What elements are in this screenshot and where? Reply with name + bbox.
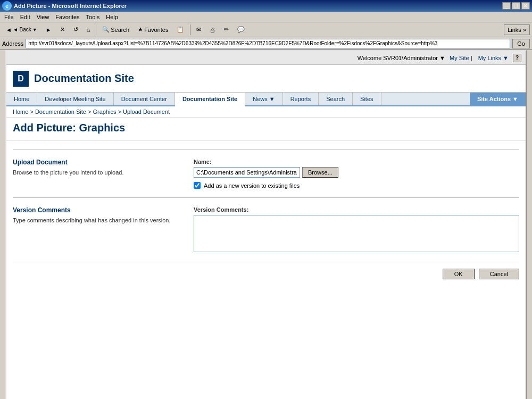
version-section: Version Comments Type comments describin… <box>13 197 519 262</box>
address-bar: Address Go <box>0 37 532 50</box>
search-toolbar-button[interactable]: 🔍 Search <box>98 24 133 36</box>
menu-view[interactable]: View <box>34 13 53 21</box>
nav-tab-sites[interactable]: Sites <box>353 93 381 105</box>
sp-navbar: Home Developer Meeting Site Document Cen… <box>6 93 526 106</box>
ok-button[interactable]: OK <box>443 269 475 279</box>
page-header: Add Picture: Graphics <box>6 118 526 141</box>
menu-favorites[interactable]: Favorites <box>52 13 82 21</box>
menu-help[interactable]: Help <box>103 13 121 21</box>
title-bar: e Add Picture - Microsoft Internet Explo… <box>0 0 532 12</box>
nav-tab-news[interactable]: News ▼ <box>245 93 282 105</box>
window-title: Add Picture - Microsoft Internet Explore… <box>12 3 502 9</box>
minimize-button[interactable]: _ <box>502 2 511 10</box>
sp-topbar: Welcome SVR01\Administrator ▼ My Site | … <box>6 51 526 65</box>
breadcrumb-home[interactable]: Home <box>13 109 28 115</box>
upload-section-right: Name: Browse... Add as a new version to … <box>194 159 519 189</box>
upload-section-desc: Browse to the picture you intend to uplo… <box>13 169 183 176</box>
toolbar: ◄ ◄ Back ▼ ► ✕ ↺ ⌂ 🔍 Search ★ Favorites … <box>0 22 532 37</box>
restore-button[interactable]: ❐ <box>512 2 520 10</box>
form-buttons: OK Cancel <box>13 262 519 284</box>
links-button[interactable]: Links » <box>504 24 530 35</box>
search-toolbar-icon: 🔍 <box>102 26 110 33</box>
form-area: Upload Document Browse to the picture yo… <box>6 141 526 399</box>
edit-button[interactable]: ✏ <box>220 24 232 36</box>
stop-icon: ✕ <box>60 26 65 33</box>
window-controls[interactable]: _ ❐ ✕ <box>502 2 530 10</box>
version-checkbox[interactable] <box>194 182 201 189</box>
upload-section-left: Upload Document Browse to the picture yo… <box>13 159 194 189</box>
site-actions-button[interactable]: Site Actions ▼ <box>470 93 526 105</box>
address-input[interactable] <box>26 39 510 48</box>
history-icon: 📋 <box>177 26 184 33</box>
menu-file[interactable]: File <box>1 13 17 21</box>
mail-button[interactable]: ✉ <box>193 24 205 36</box>
print-icon: 🖨 <box>210 27 215 33</box>
favorites-button[interactable]: ★ Favorites <box>134 24 172 36</box>
nav-tab-reports[interactable]: Reports <box>283 93 319 105</box>
back-arrow-icon: ▼ <box>32 27 37 32</box>
toolbar-separator-2 <box>190 24 190 35</box>
menu-bar: File Edit View Favorites Tools Help <box>0 12 532 22</box>
version-section-desc: Type comments describing what has change… <box>13 217 183 223</box>
help-icon[interactable]: ? <box>513 54 521 62</box>
go-button[interactable]: Go <box>512 39 530 48</box>
mail-icon: ✉ <box>196 26 201 33</box>
back-button[interactable]: ◄ ◄ Back ▼ <box>2 24 41 36</box>
refresh-icon: ↺ <box>73 26 78 33</box>
search-toolbar-label: Search <box>111 27 129 33</box>
version-comments-label: Version Comments: <box>194 206 519 213</box>
page-title: Add Picture: Graphics <box>13 122 519 134</box>
file-path-input[interactable] <box>194 167 300 178</box>
refresh-button[interactable]: ↺ <box>70 24 82 36</box>
nav-tab-search[interactable]: Search <box>319 93 353 105</box>
breadcrumb-graphics[interactable]: Graphics <box>93 109 116 115</box>
address-label: Address <box>2 40 23 47</box>
site-icon: D <box>13 71 29 87</box>
ie-logo: e <box>2 1 12 11</box>
breadcrumb-current: Upload Document <box>123 109 170 115</box>
upload-section-title: Upload Document <box>13 159 183 166</box>
version-checkbox-label: Add as a new version to existing files <box>204 182 300 189</box>
print-button[interactable]: 🖨 <box>206 24 219 36</box>
discuss-icon: 💬 <box>237 26 245 33</box>
site-title: Documentation Site <box>34 72 134 85</box>
name-label: Name: <box>194 159 519 165</box>
menu-edit[interactable]: Edit <box>17 13 34 21</box>
version-section-left: Version Comments Type comments describin… <box>13 206 194 253</box>
version-section-title: Version Comments <box>13 206 183 214</box>
topbar-links: My Site | My Links ▼ <box>445 55 509 61</box>
star-icon: ★ <box>138 26 143 33</box>
back-label: ◄ Back <box>13 27 31 32</box>
history-button[interactable]: 📋 <box>173 24 188 36</box>
my-site-link[interactable]: My Site <box>450 55 469 61</box>
edit-icon: ✏ <box>224 26 229 33</box>
my-links-link[interactable]: My Links ▼ <box>478 55 509 61</box>
stop-button[interactable]: ✕ <box>56 24 69 36</box>
back-icon: ◄ <box>6 27 12 33</box>
version-comments-textarea[interactable] <box>194 215 519 252</box>
discuss-button[interactable]: 💬 <box>234 24 248 36</box>
welcome-text[interactable]: Welcome SVR01\Administrator ▼ <box>358 55 445 61</box>
home-button[interactable]: ⌂ <box>83 24 94 36</box>
browse-button[interactable]: Browse... <box>302 167 338 178</box>
cancel-button[interactable]: Cancel <box>479 269 519 279</box>
nav-tab-doccenter[interactable]: Document Center <box>114 93 175 105</box>
site-icon-letter: D <box>18 74 24 84</box>
menu-tools[interactable]: Tools <box>83 13 103 21</box>
nav-tab-docsite[interactable]: Documentation Site <box>175 93 245 106</box>
forward-button[interactable]: ► <box>42 24 55 36</box>
site-title-bar: D Documentation Site <box>6 65 526 93</box>
nav-tab-home[interactable]: Home <box>6 93 37 105</box>
favorites-label: Favorites <box>144 27 168 33</box>
browser-content: Welcome SVR01\Administrator ▼ My Site | … <box>5 50 527 399</box>
upload-section: Upload Document Browse to the picture yo… <box>13 149 519 197</box>
nav-tab-dev[interactable]: Developer Meeting Site <box>37 93 113 105</box>
close-button[interactable]: ✕ <box>521 2 530 10</box>
toolbar-separator-1 <box>96 24 96 35</box>
version-checkbox-row: Add as a new version to existing files <box>194 182 519 189</box>
sp-content: Home > Documentation Site > Graphics > U… <box>6 106 526 399</box>
breadcrumb-docsite[interactable]: Documentation Site <box>35 109 86 115</box>
home-icon: ⌂ <box>87 27 90 33</box>
version-section-right: Version Comments: <box>194 206 519 253</box>
breadcrumb: Home > Documentation Site > Graphics > U… <box>6 106 526 118</box>
